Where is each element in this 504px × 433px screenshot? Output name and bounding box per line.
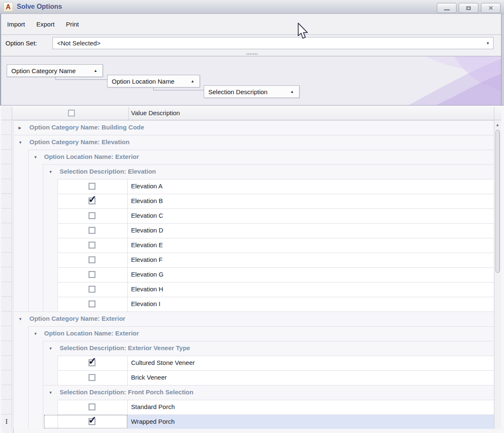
checkbox-unchecked[interactable] (89, 404, 95, 410)
row-indicator-cell[interactable] (1, 120, 12, 135)
row-indicator-cell[interactable] (1, 297, 12, 312)
option-value-label[interactable]: Elevation E (131, 241, 163, 248)
row-indicator-cell[interactable] (1, 179, 12, 194)
group-by-button-1[interactable]: Option Location Name▲ (107, 75, 200, 87)
group-row: ▶Option Category Name: Building Code (0, 120, 501, 135)
checkbox-unchecked[interactable] (89, 301, 95, 307)
checkbox-unchecked[interactable] (89, 286, 95, 293)
option-value-label[interactable]: Elevation G (131, 271, 164, 278)
option-set-row: Option Set: <Not Selected> ▼ (1, 35, 501, 52)
group-by-button-2[interactable]: Selection Description▲ (204, 85, 299, 98)
checkbox-unchecked[interactable] (89, 242, 95, 248)
group-row-label[interactable]: Option Category Name: Exterior (29, 315, 125, 322)
option-value-label[interactable]: Elevation I (131, 300, 160, 307)
checkbox-unchecked[interactable] (89, 374, 95, 381)
vertical-scrollbar[interactable]: ▲ (494, 120, 501, 433)
row-indicator-cell[interactable] (1, 312, 12, 326)
option-value-label[interactable]: Elevation B (131, 197, 163, 204)
option-row: ✓Cultured Stone Veneer (0, 356, 501, 370)
option-value-label[interactable]: Cultured Stone Veneer (131, 359, 195, 366)
focused-cell-outline (44, 415, 127, 428)
option-set-combobox[interactable]: <Not Selected> ▼ (52, 37, 494, 49)
row-indicator-cell[interactable] (1, 164, 12, 179)
checkbox-unchecked[interactable] (89, 212, 95, 219)
option-value-label[interactable]: Elevation C (131, 212, 163, 219)
option-value-label[interactable]: Elevation D (131, 227, 163, 234)
option-value-label[interactable]: Wrapped Porch (131, 418, 175, 425)
checkbox-unchecked[interactable] (89, 271, 95, 278)
panel-splitter[interactable] (1, 52, 501, 56)
row-indicator-cell[interactable] (1, 356, 12, 370)
close-icon: ✕ (488, 5, 494, 11)
group-expanded-icon[interactable]: ▼ (34, 332, 37, 336)
row-indicator-cell[interactable] (1, 341, 12, 356)
checkbox-checked[interactable]: ✓ (89, 198, 95, 204)
row-indicator-cell[interactable] (1, 253, 12, 267)
close-button[interactable]: ✕ (481, 3, 501, 13)
option-value-label[interactable]: Elevation A (131, 182, 163, 190)
group-expanded-icon[interactable]: ▼ (49, 391, 52, 395)
header-corner-cell (1, 107, 12, 120)
option-row: Elevation H (0, 282, 501, 297)
row-indicator-cell[interactable]: I (1, 415, 12, 429)
value-description-column-header[interactable]: Value Description (131, 109, 180, 116)
row-indicator-cell[interactable] (1, 150, 12, 164)
group-expanded-icon[interactable]: ▼ (34, 155, 37, 159)
group-row-label[interactable]: Option Category Name: Building Code (29, 124, 144, 131)
menu-item-print[interactable]: Print (66, 21, 79, 28)
maximize-button[interactable] (459, 3, 478, 13)
group-row: ▼Selection Description: Front Porch Sele… (0, 385, 501, 400)
group-row-label[interactable]: Selection Description: Front Porch Selec… (60, 388, 193, 396)
row-indicator-cell[interactable] (1, 194, 12, 209)
group-by-button-0[interactable]: Option Category Name▲ (7, 64, 103, 77)
checkbox-unchecked[interactable] (89, 183, 95, 190)
group-row-label[interactable]: Option Location Name: Exterior (44, 153, 139, 160)
group-collapsed-icon[interactable]: ▶ (18, 126, 21, 130)
option-row: Elevation F (0, 253, 501, 267)
dropdown-arrow-icon[interactable]: ▼ (486, 41, 490, 45)
maximize-icon (466, 6, 471, 10)
option-value-label[interactable]: Elevation F (131, 256, 163, 263)
minimize-icon (444, 9, 450, 11)
row-indicator-cell[interactable] (1, 400, 12, 415)
option-value-label[interactable]: Standard Porch (131, 403, 175, 410)
group-row: ▼Option Category Name: Exterior (0, 312, 501, 326)
group-row-label[interactable]: Option Location Name: Exterior (44, 330, 139, 337)
group-expanded-icon[interactable]: ▼ (49, 346, 52, 351)
row-indicator-cell[interactable] (1, 370, 12, 385)
group-expanded-icon[interactable]: ▼ (18, 140, 22, 145)
row-indicator-cell[interactable] (1, 267, 12, 282)
row-indicator-cell[interactable] (1, 385, 12, 400)
sort-ascending-icon: ▲ (290, 90, 294, 94)
row-indicator-cell[interactable] (1, 209, 12, 223)
group-row-label[interactable]: Selection Description: Exterior Veneer T… (60, 344, 190, 351)
group-expanded-icon[interactable]: ▼ (49, 170, 52, 174)
row-indicator-cell[interactable] (1, 223, 12, 238)
decorative-swirl (350, 56, 501, 105)
select-all-checkbox[interactable] (68, 110, 75, 116)
option-row: Elevation E (0, 238, 501, 253)
row-indicator-cell[interactable] (1, 135, 12, 150)
scroll-up-icon[interactable]: ▲ (496, 123, 499, 127)
group-row-label[interactable]: Option Category Name: Elevation (29, 138, 129, 145)
checkbox-checked[interactable]: ✓ (89, 418, 95, 425)
minimize-button[interactable] (437, 3, 457, 13)
group-by-button-label: Option Location Name (112, 78, 174, 85)
checkbox-unchecked[interactable] (89, 256, 95, 263)
group-connector-line (55, 79, 108, 80)
row-indicator-cell[interactable] (1, 326, 12, 341)
checkbox-unchecked[interactable] (89, 227, 95, 234)
option-value-label[interactable]: Elevation H (131, 285, 163, 293)
option-row: Standard Porch (0, 400, 501, 415)
row-indicator-cell[interactable] (1, 238, 12, 253)
menu-item-export[interactable]: Export (37, 21, 55, 28)
checkbox-checked[interactable]: ✓ (89, 359, 95, 366)
group-by-button-label: Selection Description (208, 88, 268, 95)
scrollbar-thumb[interactable] (496, 130, 500, 273)
option-value-label[interactable]: Brick Veneer (131, 374, 167, 381)
group-expanded-icon[interactable]: ▼ (18, 317, 22, 321)
group-row: ▼Option Location Name: Exterior (0, 150, 501, 164)
menu-item-import[interactable]: Import (7, 21, 25, 28)
group-row-label[interactable]: Selection Description: Elevation (60, 168, 156, 175)
row-indicator-cell[interactable] (1, 282, 12, 297)
